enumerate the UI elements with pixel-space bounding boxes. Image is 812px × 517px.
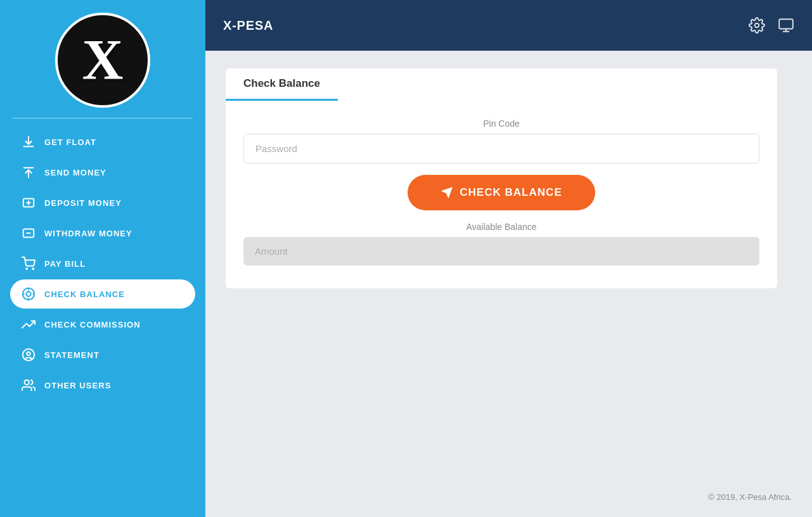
commission-icon xyxy=(22,317,35,331)
pin-code-input[interactable] xyxy=(243,134,759,163)
sidebar-item-send-money[interactable]: SEND MONEY xyxy=(10,158,195,187)
check-balance-btn-label: CHECK BALANCE xyxy=(460,186,562,199)
sidebar-item-check-commission[interactable]: CHECK COMMISSION xyxy=(10,310,195,339)
svg-point-15 xyxy=(755,23,759,28)
svg-rect-16 xyxy=(779,19,793,29)
nav-items: GET FLOAT SEND MONEY DEPOSIT MONEY xyxy=(0,125,205,517)
sidebar-item-pay-bill[interactable]: PAY BILL xyxy=(10,249,195,278)
app-title: X-PESA xyxy=(223,18,273,33)
svg-point-13 xyxy=(27,352,30,355)
monitor-icon[interactable] xyxy=(778,17,794,34)
available-balance-label: Available Balance xyxy=(466,222,536,232)
withdraw-icon xyxy=(22,226,35,240)
settings-icon[interactable] xyxy=(749,17,765,34)
sidebar-item-other-users[interactable]: OTHER USERS xyxy=(10,371,195,400)
sidebar-item-label: SEND MONEY xyxy=(44,168,106,177)
sidebar-divider xyxy=(13,118,193,118)
deposit-icon xyxy=(22,196,35,210)
svg-point-4 xyxy=(26,268,27,269)
sidebar-item-label: CHECK COMMISSION xyxy=(44,320,141,329)
card-body: Pin Code CHECK BALANCE Available Balance xyxy=(226,101,777,288)
header-icons xyxy=(749,17,794,34)
logo-letter: X xyxy=(82,32,124,89)
available-balance-group: Available Balance xyxy=(243,222,759,265)
svg-point-14 xyxy=(25,380,29,385)
statement-icon xyxy=(22,348,35,362)
pin-code-group: Pin Code xyxy=(243,118,759,163)
sidebar-item-label: WITHDRAW MONEY xyxy=(44,229,132,238)
header: X-PESA xyxy=(205,0,812,51)
sidebar-item-label: STATEMENT xyxy=(44,350,100,360)
card-tab: Check Balance xyxy=(226,68,338,101)
main-area: X-PESA Check Balance Pin Code xyxy=(205,0,812,517)
content-area: Check Balance Pin Code CHECK BALANCE Ava… xyxy=(205,51,812,517)
pin-code-label: Pin Code xyxy=(483,118,520,129)
logo-area: X xyxy=(0,0,205,118)
users-icon xyxy=(22,378,35,392)
sidebar-item-check-balance[interactable]: CHECK BALANCE xyxy=(10,279,195,309)
check-balance-button[interactable]: CHECK BALANCE xyxy=(408,175,595,210)
cart-icon xyxy=(22,257,35,271)
check-balance-card: Check Balance Pin Code CHECK BALANCE Ava… xyxy=(226,68,777,288)
balance-icon xyxy=(22,287,35,301)
logo-circle: X xyxy=(55,13,150,108)
download-icon xyxy=(22,135,35,149)
sidebar-item-withdraw-money[interactable]: WITHDRAW MONEY xyxy=(10,219,195,248)
upload-icon xyxy=(22,165,35,179)
sidebar-item-label: DEPOSIT MONEY xyxy=(44,198,122,208)
sidebar-item-label: GET FLOAT xyxy=(44,137,96,147)
copyright: © 2019, X-Pesa Africa. xyxy=(708,492,792,502)
sidebar-item-deposit-money[interactable]: DEPOSIT MONEY xyxy=(10,188,195,217)
svg-point-7 xyxy=(26,291,30,296)
sidebar-item-statement[interactable]: STATEMENT xyxy=(10,340,195,369)
send-plane-icon xyxy=(441,186,453,199)
svg-point-5 xyxy=(32,268,34,269)
sidebar-item-label: CHECK BALANCE xyxy=(44,290,125,299)
sidebar: X GET FLOAT SEND MONEY xyxy=(0,0,205,517)
amount-input xyxy=(243,237,759,265)
sidebar-item-label: OTHER USERS xyxy=(44,381,111,390)
sidebar-item-get-float[interactable]: GET FLOAT xyxy=(10,127,195,156)
sidebar-item-label: PAY BILL xyxy=(44,259,86,269)
